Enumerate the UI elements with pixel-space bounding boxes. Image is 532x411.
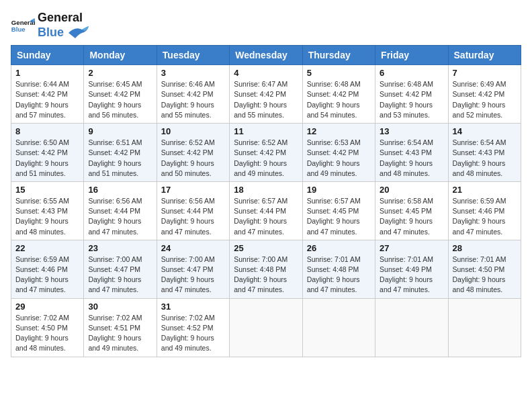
daylight-label: Daylight: 9 hours and 49 minutes.	[307, 159, 360, 177]
day-info: Sunrise: 6:52 AM Sunset: 4:42 PM Dayligh…	[161, 138, 225, 179]
week-row-4: 22 Sunrise: 6:59 AM Sunset: 4:46 PM Dayl…	[11, 240, 521, 298]
sunset-label: Sunset: 4:46 PM	[15, 265, 68, 273]
sunset-label: Sunset: 4:42 PM	[15, 148, 68, 156]
sunrise-label: Sunrise: 6:44 AM	[15, 80, 69, 88]
daylight-label: Daylight: 9 hours and 47 minutes.	[161, 217, 214, 235]
day-info: Sunrise: 7:00 AM Sunset: 4:48 PM Dayligh…	[234, 255, 298, 295]
daylight-label: Daylight: 9 hours and 52 minutes.	[453, 101, 506, 119]
day-cell-8: 8 Sunrise: 6:50 AM Sunset: 4:42 PM Dayli…	[11, 124, 84, 182]
sunrise-label: Sunrise: 7:01 AM	[380, 255, 433, 263]
daylight-label: Daylight: 9 hours and 47 minutes.	[88, 275, 141, 293]
sunrise-label: Sunrise: 6:49 AM	[453, 80, 506, 88]
sunrise-label: Sunrise: 6:46 AM	[161, 80, 215, 88]
daylight-label: Daylight: 9 hours and 48 minutes.	[15, 334, 69, 352]
daylight-label: Daylight: 9 hours and 57 minutes.	[15, 101, 69, 119]
day-info: Sunrise: 6:54 AM Sunset: 4:43 PM Dayligh…	[380, 138, 443, 179]
day-info: Sunrise: 7:01 AM Sunset: 4:50 PM Dayligh…	[453, 255, 517, 295]
day-info: Sunrise: 7:02 AM Sunset: 4:52 PM Dayligh…	[161, 313, 225, 354]
day-number: 5	[307, 68, 371, 78]
sunset-label: Sunset: 4:44 PM	[88, 207, 140, 215]
sunrise-label: Sunrise: 6:59 AM	[15, 255, 69, 263]
day-number: 26	[307, 243, 371, 253]
sunrise-label: Sunrise: 6:59 AM	[453, 197, 506, 205]
sunset-label: Sunset: 4:47 PM	[88, 265, 140, 273]
week-row-1: 1 Sunrise: 6:44 AM Sunset: 4:42 PM Dayli…	[11, 65, 521, 124]
svg-text:Blue: Blue	[11, 25, 26, 32]
daylight-label: Daylight: 9 hours and 54 minutes.	[307, 101, 360, 119]
week-row-2: 8 Sunrise: 6:50 AM Sunset: 4:42 PM Dayli…	[11, 124, 521, 182]
weekday-header-friday: Friday	[375, 46, 448, 65]
day-cell-7: 7 Sunrise: 6:49 AM Sunset: 4:42 PM Dayli…	[448, 65, 521, 124]
sunrise-label: Sunrise: 6:52 AM	[234, 138, 287, 146]
day-cell-22: 22 Sunrise: 6:59 AM Sunset: 4:46 PM Dayl…	[11, 240, 84, 298]
sunset-label: Sunset: 4:42 PM	[234, 148, 286, 156]
day-info: Sunrise: 6:57 AM Sunset: 4:45 PM Dayligh…	[307, 196, 371, 237]
day-number: 30	[88, 302, 152, 312]
daylight-label: Daylight: 9 hours and 51 minutes.	[88, 159, 141, 177]
logo: General Blue General Blue	[11, 11, 89, 40]
day-info: Sunrise: 7:01 AM Sunset: 4:49 PM Dayligh…	[380, 255, 443, 295]
sunrise-label: Sunrise: 7:00 AM	[234, 255, 287, 263]
daylight-label: Daylight: 9 hours and 47 minutes.	[15, 275, 69, 293]
daylight-label: Daylight: 9 hours and 47 minutes.	[453, 217, 506, 235]
day-number: 18	[234, 185, 298, 195]
day-number: 15	[15, 185, 79, 195]
daylight-label: Daylight: 9 hours and 47 minutes.	[234, 217, 287, 235]
day-cell-3: 3 Sunrise: 6:46 AM Sunset: 4:42 PM Dayli…	[157, 65, 229, 124]
day-number: 19	[307, 185, 371, 195]
sunset-label: Sunset: 4:45 PM	[307, 207, 359, 215]
day-number: 3	[161, 68, 225, 78]
sunset-label: Sunset: 4:43 PM	[453, 148, 505, 156]
day-number: 9	[88, 126, 152, 136]
sunrise-label: Sunrise: 7:02 AM	[88, 314, 142, 322]
weekday-header-thursday: Thursday	[302, 46, 375, 65]
daylight-label: Daylight: 9 hours and 48 minutes.	[380, 159, 433, 177]
day-info: Sunrise: 6:48 AM Sunset: 4:42 PM Dayligh…	[380, 79, 443, 120]
sunrise-label: Sunrise: 6:57 AM	[234, 197, 287, 205]
sunset-label: Sunset: 4:43 PM	[15, 207, 68, 215]
sunset-label: Sunset: 4:45 PM	[380, 207, 432, 215]
sunset-label: Sunset: 4:42 PM	[380, 90, 432, 98]
day-info: Sunrise: 6:55 AM Sunset: 4:43 PM Dayligh…	[15, 196, 79, 237]
day-cell-12: 12 Sunrise: 6:53 AM Sunset: 4:42 PM Dayl…	[302, 124, 375, 182]
day-info: Sunrise: 6:54 AM Sunset: 4:43 PM Dayligh…	[453, 138, 517, 179]
day-number: 31	[161, 302, 225, 312]
day-number: 13	[380, 126, 443, 136]
sunset-label: Sunset: 4:42 PM	[15, 90, 68, 98]
day-info: Sunrise: 6:49 AM Sunset: 4:42 PM Dayligh…	[453, 79, 517, 120]
daylight-label: Daylight: 9 hours and 53 minutes.	[380, 101, 433, 119]
day-cell-17: 17 Sunrise: 6:56 AM Sunset: 4:44 PM Dayl…	[157, 181, 229, 240]
sunrise-label: Sunrise: 6:58 AM	[380, 197, 433, 205]
empty-cell	[230, 298, 302, 357]
day-cell-10: 10 Sunrise: 6:52 AM Sunset: 4:42 PM Dayl…	[157, 124, 229, 182]
day-cell-9: 9 Sunrise: 6:51 AM Sunset: 4:42 PM Dayli…	[84, 124, 157, 182]
sunrise-label: Sunrise: 7:01 AM	[307, 255, 361, 263]
day-cell-25: 25 Sunrise: 7:00 AM Sunset: 4:48 PM Dayl…	[230, 240, 302, 298]
sunrise-label: Sunrise: 6:56 AM	[161, 197, 215, 205]
day-number: 20	[380, 185, 443, 195]
day-number: 1	[15, 68, 79, 78]
sunset-label: Sunset: 4:42 PM	[234, 90, 286, 98]
day-info: Sunrise: 7:02 AM Sunset: 4:50 PM Dayligh…	[15, 313, 79, 354]
daylight-label: Daylight: 9 hours and 48 minutes.	[15, 217, 69, 235]
daylight-label: Daylight: 9 hours and 55 minutes.	[234, 101, 287, 119]
day-cell-18: 18 Sunrise: 6:57 AM Sunset: 4:44 PM Dayl…	[230, 181, 302, 240]
day-info: Sunrise: 6:46 AM Sunset: 4:42 PM Dayligh…	[161, 79, 225, 120]
weekday-header-monday: Monday	[84, 46, 157, 65]
day-number: 24	[161, 243, 225, 253]
day-info: Sunrise: 7:00 AM Sunset: 4:47 PM Dayligh…	[88, 255, 152, 295]
sunrise-label: Sunrise: 6:51 AM	[88, 138, 142, 146]
day-cell-26: 26 Sunrise: 7:01 AM Sunset: 4:48 PM Dayl…	[302, 240, 375, 298]
sunset-label: Sunset: 4:42 PM	[161, 90, 214, 98]
daylight-label: Daylight: 9 hours and 47 minutes.	[380, 275, 433, 293]
day-cell-5: 5 Sunrise: 6:48 AM Sunset: 4:42 PM Dayli…	[302, 65, 375, 124]
day-info: Sunrise: 6:56 AM Sunset: 4:44 PM Dayligh…	[161, 196, 225, 237]
sunset-label: Sunset: 4:44 PM	[234, 207, 286, 215]
day-info: Sunrise: 6:45 AM Sunset: 4:42 PM Dayligh…	[88, 79, 152, 120]
week-row-5: 29 Sunrise: 7:02 AM Sunset: 4:50 PM Dayl…	[11, 298, 521, 357]
daylight-label: Daylight: 9 hours and 47 minutes.	[307, 275, 360, 293]
sunset-label: Sunset: 4:42 PM	[88, 90, 140, 98]
day-number: 27	[380, 243, 443, 253]
day-number: 8	[15, 126, 79, 136]
sunrise-label: Sunrise: 6:48 AM	[380, 80, 433, 88]
